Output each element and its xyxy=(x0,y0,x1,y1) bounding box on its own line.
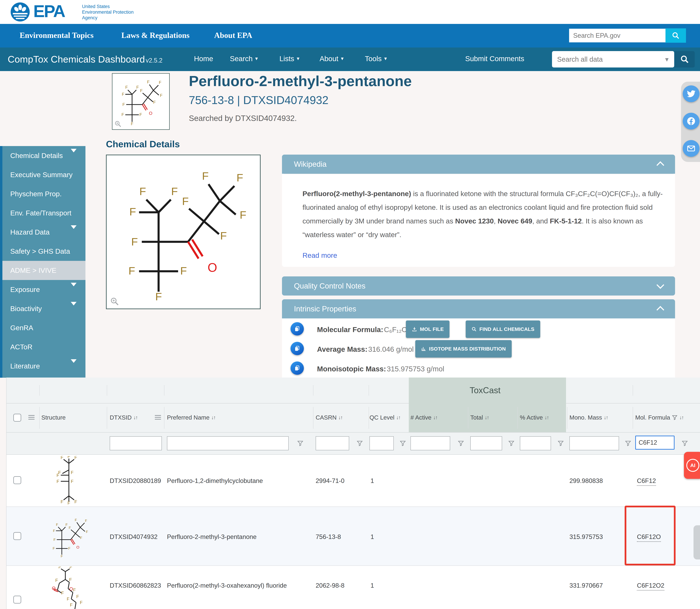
zoom-icon[interactable] xyxy=(114,120,122,127)
sort-icon[interactable]: ↓↑ xyxy=(433,415,437,420)
intrinsic-panel-header[interactable]: Intrinsic Properties xyxy=(282,299,675,318)
sidebar-item-literature[interactable]: Literature xyxy=(2,356,85,376)
table-row[interactable]: FFF FFFF FF FFF O DTXSID4074932 Perfluor… xyxy=(6,507,700,566)
funnel-icon[interactable] xyxy=(558,440,564,447)
menu-about[interactable]: About▼ xyxy=(320,55,344,63)
dtxsid-link[interactable]: DTXSID4074932 xyxy=(110,533,157,540)
filter-casrn-input[interactable] xyxy=(315,436,349,450)
search-all-data-button[interactable] xyxy=(675,51,695,68)
zoom-icon[interactable] xyxy=(110,297,119,306)
dtxsid-link[interactable]: DTXSID20880189 xyxy=(110,477,161,485)
sidebar-item-physchem[interactable]: Physchem Prop. xyxy=(2,184,85,204)
filter-num-active-input[interactable] xyxy=(410,436,450,450)
copy-icon[interactable] xyxy=(291,362,304,375)
sidebar-item-genra[interactable]: GenRA xyxy=(2,318,85,337)
sidebar-item-env-fate[interactable]: Env. Fate/Transport xyxy=(2,204,85,223)
sidebar-item-chemical-details[interactable]: Chemical Details xyxy=(2,146,85,165)
search-all-data-input[interactable]: Search all data ▼ xyxy=(552,51,674,68)
mol-formula-link[interactable]: C6F12 xyxy=(637,477,656,485)
col-mol-formula[interactable]: Mol. Formula ↓↑ xyxy=(635,414,683,421)
sidebar-item-exposure[interactable]: Exposure xyxy=(2,280,85,299)
wikipedia-panel-header[interactable]: Wikipedia xyxy=(282,155,675,174)
menu-lists[interactable]: Lists▼ xyxy=(279,55,300,63)
menu-home[interactable]: Home xyxy=(194,55,213,63)
select-caret-icon[interactable]: ▼ xyxy=(664,56,670,63)
funnel-icon[interactable] xyxy=(682,440,688,447)
col-num-active[interactable]: # Active↓↑ xyxy=(410,414,437,421)
col-mono-mass[interactable]: Mono. Mass↓↑ xyxy=(569,414,608,421)
sort-icon[interactable]: ↓↑ xyxy=(211,415,215,420)
quality-control-panel-header[interactable]: Quality Control Notes xyxy=(282,276,675,296)
menu-search[interactable]: Search▼ xyxy=(230,55,259,63)
structure-thumbnail[interactable]: FF FF FF FF FFFF O O xyxy=(48,567,91,609)
sort-icon[interactable]: ↓↑ xyxy=(338,415,342,420)
sidebar-item-actor[interactable]: ACToR xyxy=(2,337,85,356)
submit-comments-link[interactable]: Submit Comments xyxy=(465,55,524,63)
sort-icon[interactable]: ↓↑ xyxy=(485,415,489,420)
sidebar-item-hazard-data[interactable]: Hazard Data xyxy=(2,223,85,242)
mol-formula-link[interactable]: C6F12O2 xyxy=(637,582,664,589)
sort-icon[interactable]: ↓↑ xyxy=(396,415,400,420)
funnel-icon[interactable] xyxy=(508,440,515,447)
col-qc-level[interactable]: QC Level↓↑ xyxy=(370,414,400,421)
funnel-icon[interactable] xyxy=(625,440,631,447)
app-title[interactable]: CompTox Chemicals Dashboard xyxy=(8,54,145,65)
filter-mol-formula-input[interactable] xyxy=(635,436,675,450)
row-checkbox[interactable] xyxy=(13,532,21,540)
drag-handle-icon[interactable] xyxy=(28,415,35,420)
copy-icon[interactable] xyxy=(291,322,304,335)
nav-about-epa[interactable]: About EPA xyxy=(214,31,252,40)
sidebar-item-adme-ivive[interactable]: ADME > IVIVE xyxy=(2,261,85,280)
nav-environmental-topics[interactable]: Environmental Topics xyxy=(20,31,93,40)
col-preferred-name[interactable]: Preferred Name↓↑ xyxy=(167,414,215,421)
sort-icon[interactable]: ↓↑ xyxy=(545,415,549,420)
svg-text:F: F xyxy=(182,195,189,207)
row-checkbox[interactable] xyxy=(13,476,21,484)
mol-file-button[interactable]: MOL FILE xyxy=(406,320,449,338)
sidebar-item-safety-ghs[interactable]: Safety > GHS Data xyxy=(2,242,85,261)
structure-thumbnail[interactable]: FFF FFF FF FFF xyxy=(48,456,90,505)
table-row[interactable]: FF FF FF FF FFFF O O DTXSID60862823 Perf… xyxy=(6,566,700,609)
sidebar-item-bioactivity[interactable]: Bioactivity xyxy=(2,299,85,318)
table-row[interactable]: FFF FFF FF FFF DTXSID20880189 Perfluoro-… xyxy=(6,454,700,507)
copy-icon[interactable] xyxy=(291,342,304,355)
row-checkbox[interactable] xyxy=(13,596,21,604)
read-more-link[interactable]: Read more xyxy=(303,251,675,260)
funnel-icon[interactable] xyxy=(672,415,678,420)
funnel-icon[interactable] xyxy=(297,440,304,447)
filter-dtxsid-input[interactable] xyxy=(110,436,162,450)
facebook-share-button[interactable] xyxy=(683,113,699,129)
find-all-chemicals-button[interactable]: FIND ALL CHEMICALS xyxy=(466,320,540,338)
filter-qc-level-input[interactable] xyxy=(370,436,394,450)
epa-search-button[interactable] xyxy=(665,28,686,43)
structure-thumbnail-hero[interactable]: FFF FFFF FF FFF O xyxy=(112,73,170,130)
dtxsid-link[interactable]: DTXSID60862823 xyxy=(110,582,161,589)
menu-tools[interactable]: Tools▼ xyxy=(365,55,388,63)
funnel-icon[interactable] xyxy=(357,440,363,447)
funnel-icon[interactable] xyxy=(399,440,406,447)
drag-handle-icon[interactable] xyxy=(155,415,161,420)
side-handle[interactable] xyxy=(694,525,700,559)
col-total[interactable]: Total↓↑ xyxy=(470,414,489,421)
nav-laws-regulations[interactable]: Laws & Regulations xyxy=(121,31,189,40)
epa-search-input[interactable] xyxy=(569,29,670,42)
sidebar-item-executive-summary[interactable]: Executive Summary xyxy=(2,165,85,184)
select-all-checkbox[interactable] xyxy=(13,414,21,422)
sort-icon[interactable]: ↓↑ xyxy=(133,415,137,420)
filter-total-input[interactable] xyxy=(470,436,502,450)
email-share-button[interactable] xyxy=(683,140,699,157)
filter-mono-mass-input[interactable] xyxy=(569,436,619,450)
filter-pct-active-input[interactable] xyxy=(520,436,551,450)
col-pct-active[interactable]: % Active↓↑ xyxy=(520,414,549,421)
sort-icon[interactable]: ↓↑ xyxy=(679,415,683,420)
twitter-share-button[interactable] xyxy=(683,85,699,102)
structure-thumbnail[interactable]: FFF FFFF FF FFF O xyxy=(48,510,91,562)
sort-icon[interactable]: ↓↑ xyxy=(604,415,608,420)
filter-preferred-name-input[interactable] xyxy=(167,436,289,450)
isotope-mass-distribution-button[interactable]: ISOTOPE MASS DISTRIBUTION xyxy=(415,340,512,358)
chevron-up-icon xyxy=(656,306,664,314)
funnel-icon[interactable] xyxy=(458,440,464,447)
col-casrn[interactable]: CASRN↓↑ xyxy=(315,414,342,421)
col-dtxsid[interactable]: DTXSID↓↑ xyxy=(110,414,137,421)
ai-assistant-badge[interactable]: AI xyxy=(684,452,700,479)
